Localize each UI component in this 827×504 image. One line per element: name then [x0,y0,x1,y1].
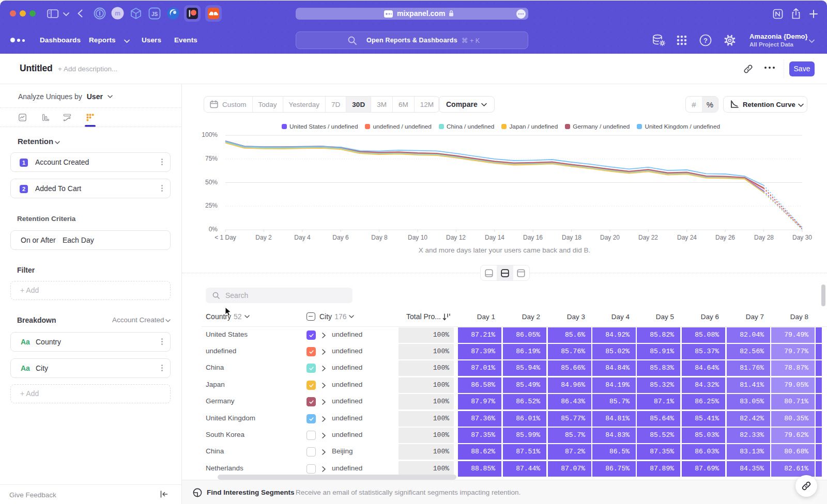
svg-text:?: ? [703,37,708,44]
svg-text:JS: JS [151,11,158,17]
svg-text:m: m [115,10,120,17]
